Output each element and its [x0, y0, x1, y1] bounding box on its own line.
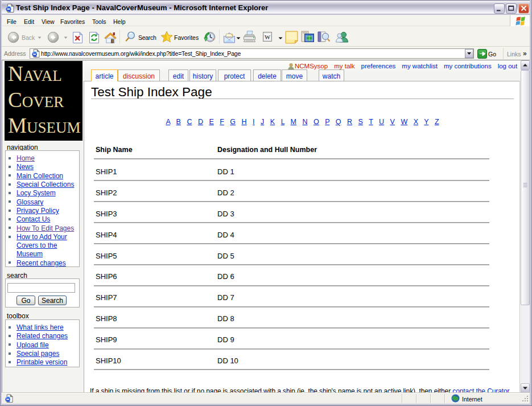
svg-text:W: W: [265, 34, 271, 40]
